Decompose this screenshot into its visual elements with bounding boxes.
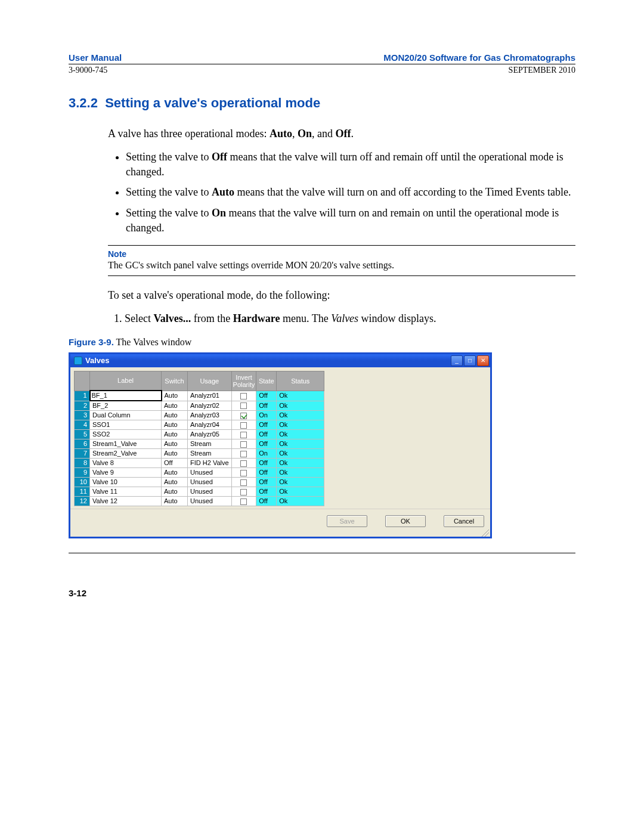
cell-label[interactable]: Valve 12 (90, 497, 162, 506)
valves-table[interactable]: Label Switch Usage Invert Polarity State… (74, 371, 324, 507)
cell-invert[interactable] (231, 401, 256, 411)
checkbox-icon[interactable] (240, 489, 247, 496)
cell-label[interactable]: Valve 10 (90, 478, 162, 487)
checkbox-icon[interactable] (240, 441, 247, 448)
cell-label[interactable]: Stream2_Valve (90, 449, 162, 459)
col-switch[interactable]: Switch (162, 371, 188, 391)
cell-switch[interactable]: Auto (162, 478, 188, 487)
cell-switch[interactable]: Auto (162, 411, 188, 420)
row-number[interactable]: 8 (75, 459, 90, 468)
row-number[interactable]: 3 (75, 411, 90, 420)
cell-label[interactable]: BF_2 (90, 401, 162, 411)
minimize-button[interactable]: _ (451, 355, 463, 366)
table-row[interactable]: 2BF_2AutoAnalyzr02OffOk (75, 401, 324, 411)
row-number[interactable]: 2 (75, 401, 90, 411)
cell-usage[interactable]: Analyzr04 (188, 420, 232, 430)
cell-usage[interactable]: Unused (188, 478, 232, 487)
ok-button[interactable]: OK (385, 515, 426, 527)
cell-usage[interactable]: FID H2 Valve (188, 459, 232, 468)
row-number[interactable]: 1 (75, 391, 90, 401)
cell-label[interactable]: Valve 8 (90, 459, 162, 468)
cell-invert[interactable] (231, 459, 256, 468)
col-label[interactable]: Label (90, 371, 162, 391)
checkbox-icon[interactable] (240, 413, 247, 419)
col-usage[interactable]: Usage (188, 371, 232, 391)
row-number[interactable]: 4 (75, 420, 90, 430)
row-number[interactable]: 6 (75, 439, 90, 449)
cell-usage[interactable]: Analyzr02 (188, 401, 232, 411)
checkbox-icon[interactable] (240, 479, 247, 486)
cell-label[interactable]: Valve 9 (90, 468, 162, 478)
resize-grip-icon[interactable] (482, 529, 489, 537)
cell-usage[interactable]: Stream (188, 439, 232, 449)
cell-switch[interactable]: Auto (162, 497, 188, 506)
cell-invert[interactable] (231, 449, 256, 459)
cell-label[interactable]: Valve 11 (90, 487, 162, 497)
cell-switch[interactable]: Off (162, 459, 188, 468)
checkbox-icon[interactable] (240, 422, 247, 429)
cell-usage[interactable]: Analyzr01 (188, 391, 232, 401)
checkbox-icon[interactable] (240, 402, 247, 409)
maximize-button[interactable]: □ (464, 355, 476, 366)
cell-invert[interactable] (231, 468, 256, 478)
row-number[interactable]: 7 (75, 449, 90, 459)
cell-label[interactable]: Stream1_Valve (90, 439, 162, 449)
cell-usage[interactable]: Stream (188, 449, 232, 459)
cell-invert[interactable] (231, 411, 256, 420)
table-row[interactable]: 9Valve 9AutoUnusedOffOk (75, 468, 324, 478)
table-row[interactable]: 10Valve 10AutoUnusedOffOk (75, 478, 324, 487)
cell-switch[interactable]: Auto (162, 439, 188, 449)
cell-switch[interactable]: Auto (162, 449, 188, 459)
cell-invert[interactable] (231, 439, 256, 449)
cancel-button[interactable]: Cancel (444, 515, 484, 527)
running-subheader: 3-9000-745 SEPTEMBER 2010 (69, 66, 575, 75)
checkbox-icon[interactable] (240, 460, 247, 467)
table-row[interactable]: 7Stream2_ValveAutoStreamOnOk (75, 449, 324, 459)
col-status[interactable]: Status (277, 371, 324, 391)
titlebar[interactable]: Valves _ □ ✕ (70, 354, 490, 367)
table-row[interactable]: 12Valve 12AutoUnusedOffOk (75, 497, 324, 506)
checkbox-icon[interactable] (240, 393, 247, 400)
cell-label[interactable]: BF_1 (90, 391, 162, 401)
cell-invert[interactable] (231, 478, 256, 487)
table-row[interactable]: 3Dual ColumnAutoAnalyzr03OnOk (75, 411, 324, 420)
checkbox-icon[interactable] (240, 432, 247, 438)
row-number[interactable]: 10 (75, 478, 90, 487)
col-state[interactable]: State (256, 371, 277, 391)
cell-invert[interactable] (231, 420, 256, 430)
checkbox-icon[interactable] (240, 451, 247, 457)
table-row[interactable]: 8Valve 8OffFID H2 ValveOffOk (75, 459, 324, 468)
cell-usage[interactable]: Analyzr03 (188, 411, 232, 420)
cell-invert[interactable] (231, 497, 256, 506)
cell-switch[interactable]: Auto (162, 401, 188, 411)
cell-invert[interactable] (231, 487, 256, 497)
cell-label[interactable]: Dual Column (90, 411, 162, 420)
cell-invert[interactable] (231, 391, 256, 401)
table-row[interactable]: 11Valve 11AutoUnusedOffOk (75, 487, 324, 497)
cell-label[interactable]: SSO2 (90, 430, 162, 439)
table-row[interactable]: 5SSO2AutoAnalyzr05OffOk (75, 430, 324, 439)
row-number[interactable]: 9 (75, 468, 90, 478)
table-row[interactable]: 4SSO1AutoAnalyzr04OffOk (75, 420, 324, 430)
row-number[interactable]: 11 (75, 487, 90, 497)
cell-label[interactable]: SSO1 (90, 420, 162, 430)
cell-usage[interactable]: Analyzr05 (188, 430, 232, 439)
checkbox-icon[interactable] (240, 498, 247, 505)
row-number[interactable]: 12 (75, 497, 90, 506)
close-button[interactable]: ✕ (477, 355, 489, 366)
cell-switch[interactable]: Auto (162, 420, 188, 430)
period: . (351, 128, 354, 140)
cell-invert[interactable] (231, 430, 256, 439)
cell-usage[interactable]: Unused (188, 497, 232, 506)
row-number[interactable]: 5 (75, 430, 90, 439)
cell-usage[interactable]: Unused (188, 468, 232, 478)
checkbox-icon[interactable] (240, 470, 247, 476)
col-invert[interactable]: Invert Polarity (231, 371, 256, 391)
table-row[interactable]: 6Stream1_ValveAutoStreamOffOk (75, 439, 324, 449)
cell-switch[interactable]: Auto (162, 391, 188, 401)
table-row[interactable]: 1BF_1AutoAnalyzr01OffOk (75, 391, 324, 401)
cell-switch[interactable]: Auto (162, 468, 188, 478)
cell-switch[interactable]: Auto (162, 430, 188, 439)
cell-usage[interactable]: Unused (188, 487, 232, 497)
cell-switch[interactable]: Auto (162, 487, 188, 497)
